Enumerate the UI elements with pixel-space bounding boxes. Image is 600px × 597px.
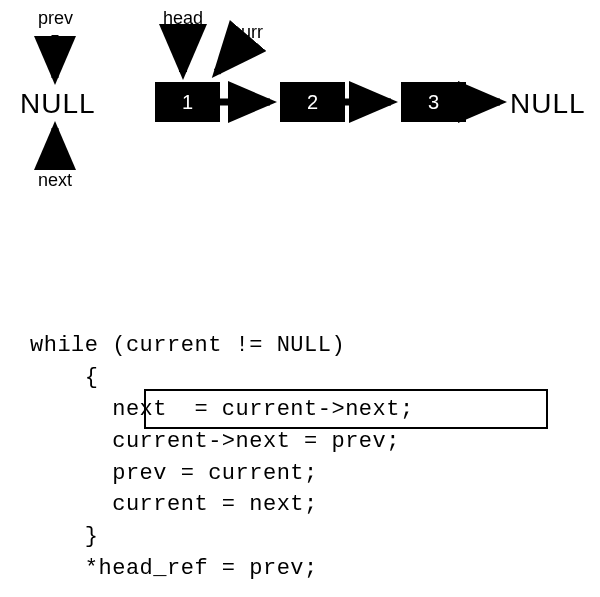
pointer-label-curr: curr xyxy=(232,22,263,43)
code-line-8: *head_ref = prev; xyxy=(30,556,318,581)
arrow-curr-diagonal xyxy=(217,45,240,72)
code-block: while (current != NULL) { next = current… xyxy=(30,330,414,585)
diagram-canvas: prev head curr NULL next 1 2 3 NULL whil… xyxy=(0,0,600,597)
code-highlight-box xyxy=(144,389,548,429)
code-line-6: current = next; xyxy=(30,492,318,517)
pointer-label-next: next xyxy=(38,170,72,191)
list-node-2: 2 xyxy=(280,82,345,122)
list-node-3: 3 xyxy=(401,82,466,122)
pointer-label-prev: prev xyxy=(38,8,73,29)
null-right-text: NULL xyxy=(510,88,586,120)
code-line-1: while (current != NULL) xyxy=(30,333,345,358)
code-line-7: } xyxy=(30,524,99,549)
code-line-5: prev = current; xyxy=(30,461,318,486)
code-line-2: { xyxy=(30,365,99,390)
code-line-4: current->next = prev; xyxy=(30,429,400,454)
null-left-text: NULL xyxy=(20,88,96,120)
pointer-label-head: head xyxy=(163,8,203,29)
list-node-1: 1 xyxy=(155,82,220,122)
